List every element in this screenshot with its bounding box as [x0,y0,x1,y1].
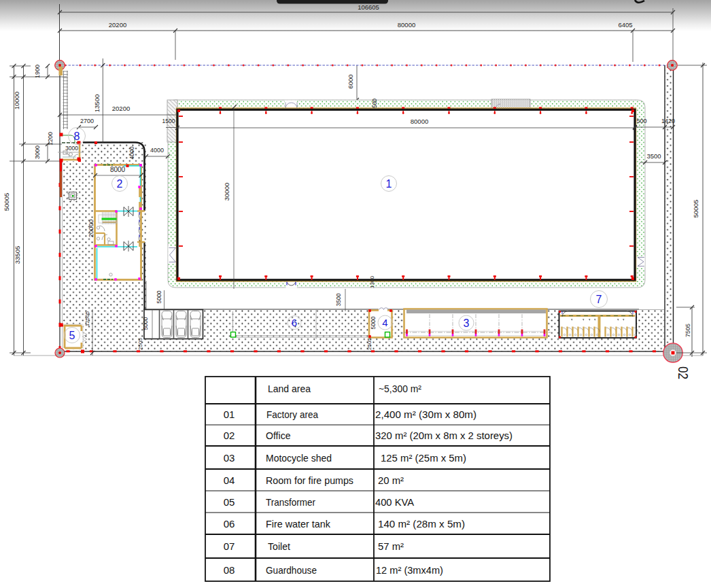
svg-text:1420: 1420 [661,118,675,124]
svg-text:3000: 3000 [65,145,78,152]
svg-text:05: 05 [224,496,235,508]
svg-text:140 m² (28m x 5m): 140 m² (28m x 5m) [378,518,465,530]
svg-text:6: 6 [292,317,297,328]
svg-text:320 m² (20m x 8m x 2 storeys): 320 m² (20m x 8m x 2 storeys) [375,430,513,441]
svg-text:7: 7 [596,294,602,305]
svg-text:20 m²: 20 m² [378,474,404,486]
svg-text:3000: 3000 [34,145,41,159]
svg-text:57 m²: 57 m² [378,540,404,552]
svg-text:1: 1 [386,178,392,190]
svg-text:1300: 1300 [369,276,375,288]
svg-text:6405: 6405 [618,21,632,29]
svg-text:06: 06 [224,518,235,530]
svg-text:12505: 12505 [84,311,90,326]
svg-text:33505: 33505 [14,246,21,264]
svg-text:~5,300 m²: ~5,300 m² [379,383,421,394]
svg-text:02: 02 [676,366,691,379]
svg-text:2505: 2505 [137,338,143,350]
svg-text:5: 5 [69,330,75,341]
svg-text:5000: 5000 [142,317,149,330]
svg-text:Motocycle shed: Motocycle shed [266,452,332,464]
svg-text:4000: 4000 [128,146,135,159]
svg-text:12 m² (3mx4m): 12 m² (3mx4m) [376,564,443,576]
svg-text:Fire water tank: Fire water tank [266,518,330,530]
svg-text:Room for fire pumps: Room for fire pumps [266,474,353,486]
svg-text:Factory area: Factory area [266,409,319,420]
svg-text:Land area: Land area [268,383,311,394]
svg-text:02: 02 [224,430,235,441]
svg-text:5000: 5000 [370,316,377,329]
svg-text:Office: Office [266,430,291,441]
svg-text:80000: 80000 [411,118,428,125]
svg-text:20000: 20000 [87,220,94,237]
svg-text:03: 03 [224,452,235,464]
svg-text:50005: 50005 [692,200,699,218]
svg-text:500: 500 [371,99,378,108]
svg-text:Toilet: Toilet [268,540,291,552]
svg-text:7505: 7505 [684,324,691,337]
svg-text:3500: 3500 [335,293,342,306]
svg-text:1900: 1900 [34,65,41,78]
svg-text:Transformer: Transformer [266,496,315,508]
svg-text:10000: 10000 [13,92,20,109]
svg-text:3500: 3500 [646,152,661,160]
svg-text:01: 01 [224,409,235,420]
svg-text:8: 8 [74,131,80,142]
svg-text:5000: 5000 [156,290,162,303]
svg-text:500: 500 [636,118,646,124]
svg-text:1500: 1500 [162,118,175,124]
svg-text:08: 08 [224,564,235,576]
svg-text:4000: 4000 [150,147,164,154]
svg-text:125 m² (25m x 5m): 125 m² (25m x 5m) [381,452,466,464]
svg-text:13500: 13500 [93,94,101,112]
svg-text:80000: 80000 [398,21,415,29]
svg-text:2700: 2700 [80,118,94,124]
svg-text:2: 2 [117,178,123,190]
svg-text:8000: 8000 [110,166,126,173]
svg-text:20200: 20200 [109,21,126,29]
svg-text:20200: 20200 [112,105,130,112]
svg-text:2,400 m² (30m x 80m): 2,400 m² (30m x 80m) [375,409,476,420]
svg-text:106605: 106605 [358,3,379,11]
svg-text:Guardhouse: Guardhouse [266,564,317,576]
svg-text:1200: 1200 [47,132,54,145]
svg-text:30000: 30000 [223,183,230,201]
svg-text:04: 04 [224,474,235,486]
svg-text:4: 4 [382,317,387,328]
svg-text:6000: 6000 [347,74,354,88]
svg-text:3: 3 [464,317,470,329]
svg-text:400 KVA: 400 KVA [375,496,414,508]
svg-text:50005: 50005 [3,193,10,211]
svg-text:07: 07 [224,540,235,552]
svg-text:2505: 2505 [366,338,372,350]
